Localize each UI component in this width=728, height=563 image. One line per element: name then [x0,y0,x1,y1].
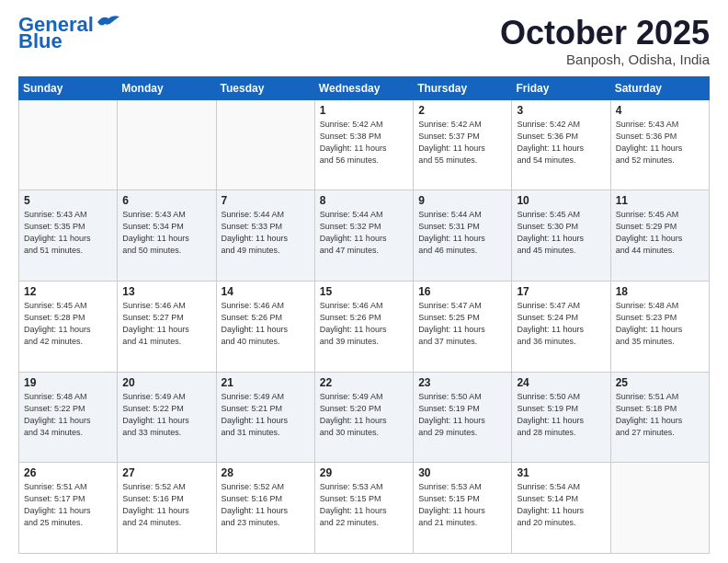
day-cell-4: 4Sunrise: 5:43 AM Sunset: 5:36 PM Daylig… [610,99,709,190]
day-cell-1: 1Sunrise: 5:42 AM Sunset: 5:38 PM Daylig… [314,99,413,190]
weekday-thursday: Thursday [414,76,512,99]
empty-cell [610,463,709,554]
day-cell-25: 25Sunrise: 5:51 AM Sunset: 5:18 PM Dayli… [610,372,709,463]
weekday-friday: Friday [512,76,610,99]
day-details: Sunrise: 5:46 AM Sunset: 5:27 PM Dayligh… [122,300,210,348]
empty-cell [118,99,216,190]
day-details: Sunrise: 5:49 AM Sunset: 5:22 PM Dayligh… [122,391,210,439]
day-cell-7: 7Sunrise: 5:44 AM Sunset: 5:33 PM Daylig… [216,190,314,282]
logo: General Blue [18,15,121,52]
day-number: 18 [616,285,704,298]
day-details: Sunrise: 5:43 AM Sunset: 5:36 PM Dayligh… [616,119,704,167]
day-cell-10: 10Sunrise: 5:45 AM Sunset: 5:30 PM Dayli… [512,190,610,282]
day-details: Sunrise: 5:42 AM Sunset: 5:37 PM Dayligh… [418,119,506,167]
day-details: Sunrise: 5:49 AM Sunset: 5:21 PM Dayligh… [222,391,310,439]
day-cell-9: 9Sunrise: 5:44 AM Sunset: 5:31 PM Daylig… [414,190,512,282]
calendar: SundayMondayTuesdayWednesdayThursdayFrid… [18,76,710,554]
day-number: 22 [320,376,408,389]
day-details: Sunrise: 5:50 AM Sunset: 5:19 PM Dayligh… [517,391,605,439]
day-cell-19: 19Sunrise: 5:48 AM Sunset: 5:22 PM Dayli… [19,372,118,463]
day-number: 30 [418,466,506,479]
day-details: Sunrise: 5:47 AM Sunset: 5:24 PM Dayligh… [517,300,605,348]
day-number: 21 [222,376,310,389]
day-details: Sunrise: 5:49 AM Sunset: 5:20 PM Dayligh… [320,391,408,439]
day-cell-12: 12Sunrise: 5:45 AM Sunset: 5:28 PM Dayli… [19,281,118,372]
location: Banposh, Odisha, India [500,52,710,67]
day-details: Sunrise: 5:43 AM Sunset: 5:34 PM Dayligh… [122,209,210,257]
day-number: 5 [24,194,112,207]
weekday-tuesday: Tuesday [216,76,314,99]
day-number: 14 [222,285,310,298]
weekday-saturday: Saturday [610,76,709,99]
header: General Blue October 2025 Banposh, Odish… [18,15,710,67]
weekday-monday: Monday [118,76,216,99]
day-cell-3: 3Sunrise: 5:42 AM Sunset: 5:36 PM Daylig… [512,99,610,190]
day-cell-8: 8Sunrise: 5:44 AM Sunset: 5:32 PM Daylig… [314,190,413,282]
day-details: Sunrise: 5:52 AM Sunset: 5:16 PM Dayligh… [122,481,210,529]
day-details: Sunrise: 5:48 AM Sunset: 5:23 PM Dayligh… [616,300,704,348]
day-cell-18: 18Sunrise: 5:48 AM Sunset: 5:23 PM Dayli… [610,281,709,372]
day-cell-31: 31Sunrise: 5:54 AM Sunset: 5:14 PM Dayli… [512,463,610,554]
day-number: 8 [320,194,408,207]
day-cell-24: 24Sunrise: 5:50 AM Sunset: 5:19 PM Dayli… [512,372,610,463]
weekday-sunday: Sunday [19,76,118,99]
day-details: Sunrise: 5:46 AM Sunset: 5:26 PM Dayligh… [222,300,310,348]
day-number: 15 [320,285,408,298]
day-cell-20: 20Sunrise: 5:49 AM Sunset: 5:22 PM Dayli… [118,372,216,463]
day-details: Sunrise: 5:44 AM Sunset: 5:33 PM Dayligh… [222,209,310,257]
day-details: Sunrise: 5:52 AM Sunset: 5:16 PM Dayligh… [222,481,310,529]
day-number: 26 [24,466,112,479]
day-cell-26: 26Sunrise: 5:51 AM Sunset: 5:17 PM Dayli… [19,463,118,554]
day-number: 9 [418,194,506,207]
day-number: 13 [122,285,210,298]
day-number: 7 [222,194,310,207]
day-cell-30: 30Sunrise: 5:53 AM Sunset: 5:15 PM Dayli… [414,463,512,554]
day-details: Sunrise: 5:47 AM Sunset: 5:25 PM Dayligh… [418,300,506,348]
day-cell-21: 21Sunrise: 5:49 AM Sunset: 5:21 PM Dayli… [216,372,314,463]
day-cell-2: 2Sunrise: 5:42 AM Sunset: 5:37 PM Daylig… [414,99,512,190]
day-number: 11 [616,194,704,207]
day-details: Sunrise: 5:42 AM Sunset: 5:36 PM Dayligh… [517,119,605,167]
week-row-4: 19Sunrise: 5:48 AM Sunset: 5:22 PM Dayli… [19,372,710,463]
week-row-2: 5Sunrise: 5:43 AM Sunset: 5:35 PM Daylig… [19,190,710,282]
day-cell-23: 23Sunrise: 5:50 AM Sunset: 5:19 PM Dayli… [414,372,512,463]
week-row-1: 1Sunrise: 5:42 AM Sunset: 5:38 PM Daylig… [19,99,710,190]
day-number: 6 [122,194,210,207]
day-details: Sunrise: 5:44 AM Sunset: 5:31 PM Dayligh… [418,209,506,257]
day-details: Sunrise: 5:45 AM Sunset: 5:28 PM Dayligh… [24,300,112,348]
weekday-header-row: SundayMondayTuesdayWednesdayThursdayFrid… [19,76,710,99]
day-number: 25 [616,376,704,389]
day-number: 4 [616,104,704,117]
month-title: October 2025 [500,15,710,52]
day-number: 19 [24,376,112,389]
day-cell-13: 13Sunrise: 5:46 AM Sunset: 5:27 PM Dayli… [118,281,216,372]
day-number: 2 [418,104,506,117]
day-cell-29: 29Sunrise: 5:53 AM Sunset: 5:15 PM Dayli… [314,463,413,554]
logo-bird-icon [96,13,121,31]
day-number: 24 [517,376,605,389]
title-block: October 2025 Banposh, Odisha, India [500,15,710,67]
day-number: 17 [517,285,605,298]
empty-cell [216,99,314,190]
day-cell-15: 15Sunrise: 5:46 AM Sunset: 5:26 PM Dayli… [314,281,413,372]
day-cell-17: 17Sunrise: 5:47 AM Sunset: 5:24 PM Dayli… [512,281,610,372]
day-number: 1 [320,104,408,117]
day-cell-6: 6Sunrise: 5:43 AM Sunset: 5:34 PM Daylig… [118,190,216,282]
day-details: Sunrise: 5:42 AM Sunset: 5:38 PM Dayligh… [320,119,408,167]
day-number: 29 [320,466,408,479]
day-number: 28 [222,466,310,479]
day-cell-11: 11Sunrise: 5:45 AM Sunset: 5:29 PM Dayli… [610,190,709,282]
day-details: Sunrise: 5:53 AM Sunset: 5:15 PM Dayligh… [418,481,506,529]
weekday-wednesday: Wednesday [314,76,413,99]
day-number: 20 [122,376,210,389]
day-number: 3 [517,104,605,117]
logo-blue: Blue [18,31,63,52]
day-details: Sunrise: 5:45 AM Sunset: 5:30 PM Dayligh… [517,209,605,257]
day-details: Sunrise: 5:51 AM Sunset: 5:18 PM Dayligh… [616,391,704,439]
day-cell-14: 14Sunrise: 5:46 AM Sunset: 5:26 PM Dayli… [216,281,314,372]
week-row-3: 12Sunrise: 5:45 AM Sunset: 5:28 PM Dayli… [19,281,710,372]
day-details: Sunrise: 5:51 AM Sunset: 5:17 PM Dayligh… [24,481,112,529]
day-details: Sunrise: 5:48 AM Sunset: 5:22 PM Dayligh… [24,391,112,439]
day-number: 16 [418,285,506,298]
day-details: Sunrise: 5:43 AM Sunset: 5:35 PM Dayligh… [24,209,112,257]
